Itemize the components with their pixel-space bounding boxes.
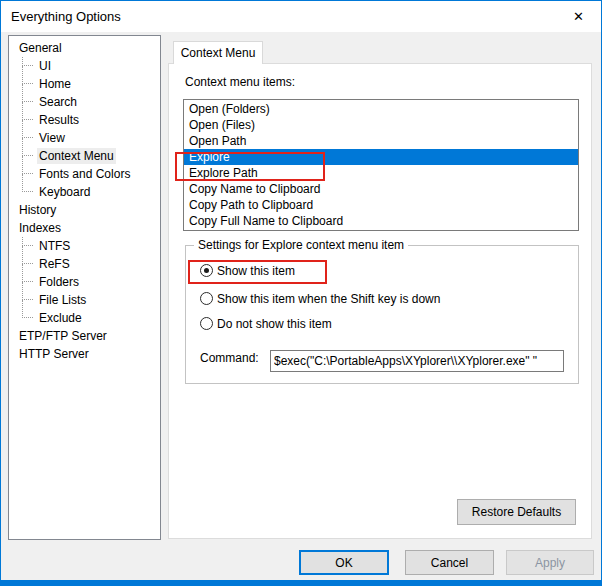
radio-button-icon[interactable] xyxy=(200,317,213,330)
sidebar-item-general[interactable]: General xyxy=(9,39,160,57)
sidebar-item-keyboard[interactable]: Keyboard xyxy=(9,183,160,201)
list-item[interactable]: Open Path xyxy=(184,133,578,149)
context-menu-items-list: Open (Folders) Open (Files) Open Path Ex… xyxy=(183,99,579,231)
close-button[interactable]: ✕ xyxy=(556,1,601,32)
everything-options-dialog: Everything Options ✕ General UI Home Sea… xyxy=(0,0,602,586)
tab-context-menu[interactable]: Context Menu xyxy=(173,41,263,64)
command-input[interactable] xyxy=(270,350,564,372)
context-menu-items-label: Context menu items: xyxy=(185,74,295,90)
list-item[interactable]: Open (Files) xyxy=(184,117,578,133)
sidebar-item-etp-ftp-server[interactable]: ETP/FTP Server xyxy=(9,327,160,345)
cancel-button[interactable]: Cancel xyxy=(405,550,494,575)
context-menu-tab-page: Context menu items: Open (Folders) Open … xyxy=(168,63,592,539)
list-item[interactable]: Copy Full Name to Clipboard xyxy=(184,213,578,229)
sidebar-item-indexes[interactable]: Indexes xyxy=(9,219,160,237)
sidebar-item-http-server[interactable]: HTTP Server xyxy=(9,345,160,363)
ok-button[interactable]: OK xyxy=(299,550,389,575)
list-item[interactable]: Copy Name to Clipboard xyxy=(184,181,578,197)
restore-defaults-button[interactable]: Restore Defaults xyxy=(457,499,576,525)
command-label: Command: xyxy=(200,350,259,366)
radio-button-icon[interactable] xyxy=(200,292,213,305)
sidebar-item-exclude[interactable]: Exclude xyxy=(9,309,160,327)
sidebar-item-history[interactable]: History xyxy=(9,201,160,219)
window-title: Everything Options xyxy=(11,1,121,32)
radio-button-icon[interactable] xyxy=(200,264,213,277)
list-item[interactable]: Open (Folders) xyxy=(184,101,578,117)
apply-button[interactable]: Apply xyxy=(506,550,594,575)
settings-group-title: Settings for Explore context menu item xyxy=(194,238,408,253)
list-item[interactable]: Copy Path to Clipboard xyxy=(184,197,578,213)
options-tree: General UI Home Search Results View Cont… xyxy=(8,35,161,540)
list-item[interactable]: Explore Path xyxy=(184,165,578,181)
close-icon: ✕ xyxy=(573,9,584,24)
list-item-selected[interactable]: Explore xyxy=(184,149,578,165)
titlebar: Everything Options ✕ xyxy=(1,1,601,32)
